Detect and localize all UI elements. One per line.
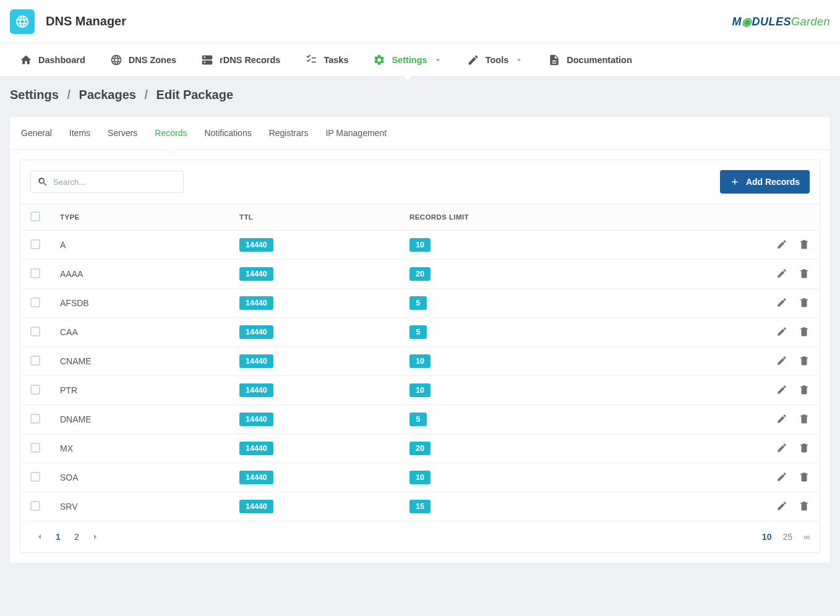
- row-checkbox[interactable]: [30, 356, 40, 366]
- row-checkbox[interactable]: [30, 297, 40, 307]
- cell-type: SOA: [50, 463, 229, 492]
- home-icon: [20, 54, 32, 66]
- edit-button[interactable]: [776, 413, 787, 426]
- edit-button[interactable]: [776, 471, 787, 484]
- limit-badge: 5: [409, 325, 427, 339]
- edit-icon: [776, 442, 787, 453]
- delete-button[interactable]: [799, 326, 810, 339]
- row-checkbox[interactable]: [30, 414, 40, 424]
- nav-documentation[interactable]: Documentation: [536, 43, 645, 76]
- page-size-25[interactable]: 25: [782, 532, 792, 542]
- delete-button[interactable]: [799, 355, 810, 368]
- search-box[interactable]: [30, 171, 184, 193]
- breadcrumb-current: Edit Package: [156, 88, 234, 101]
- page-size-10[interactable]: 10: [762, 532, 772, 542]
- trash-icon: [799, 471, 810, 482]
- trash-icon: [799, 268, 810, 279]
- nav-rdns-records[interactable]: rDNS Records: [189, 43, 293, 76]
- page-next[interactable]: [86, 528, 105, 546]
- tab-registrars[interactable]: Registrars: [260, 117, 317, 149]
- nav-dashboard[interactable]: Dashboard: [7, 43, 98, 76]
- table-row: MX1444020: [20, 434, 820, 463]
- row-checkbox[interactable]: [30, 268, 40, 278]
- breadcrumb-item[interactable]: Packages: [79, 88, 136, 101]
- limit-badge: 20: [409, 267, 431, 281]
- ttl-badge: 14440: [239, 500, 273, 513]
- cell-type: A: [50, 231, 229, 260]
- brand-garden: Garden: [791, 15, 830, 28]
- tab-notifications[interactable]: Notifications: [195, 117, 260, 149]
- nav-label: rDNS Records: [220, 55, 280, 65]
- brand-letter: M: [732, 15, 742, 28]
- delete-button[interactable]: [799, 413, 810, 426]
- limit-badge: 10: [409, 354, 431, 368]
- delete-button[interactable]: [799, 500, 810, 513]
- edit-button[interactable]: [776, 355, 787, 368]
- delete-button[interactable]: [799, 239, 810, 252]
- col-ttl[interactable]: TTL: [229, 204, 400, 231]
- plus-icon: [730, 177, 740, 187]
- add-records-button[interactable]: Add Records: [720, 170, 810, 194]
- tab-items[interactable]: Items: [61, 117, 99, 149]
- page-2[interactable]: 2: [67, 528, 86, 546]
- edit-button[interactable]: [776, 500, 787, 513]
- page-1[interactable]: 1: [49, 528, 67, 546]
- limit-badge: 5: [409, 413, 427, 426]
- col-limit[interactable]: RECORDS LIMIT: [400, 204, 758, 231]
- table-row: CAA144405: [20, 318, 820, 347]
- select-all-checkbox[interactable]: [30, 212, 40, 221]
- row-checkbox[interactable]: [30, 239, 40, 249]
- table-row: SOA1444010: [20, 463, 820, 492]
- edit-icon: [776, 355, 787, 366]
- trash-icon: [799, 384, 810, 395]
- row-checkbox[interactable]: [30, 501, 40, 511]
- tab-servers[interactable]: Servers: [99, 117, 146, 149]
- row-checkbox[interactable]: [30, 327, 40, 336]
- edit-button[interactable]: [776, 326, 787, 339]
- tab-general[interactable]: General: [12, 117, 61, 149]
- search-input[interactable]: [53, 178, 177, 187]
- nav-label: Tasks: [324, 55, 348, 65]
- chevron-down-icon: [434, 56, 442, 64]
- edit-button[interactable]: [776, 384, 787, 397]
- row-checkbox[interactable]: [30, 385, 40, 395]
- app-logo: [10, 9, 35, 34]
- limit-badge: 5: [409, 296, 427, 310]
- breadcrumb-item[interactable]: Settings: [10, 88, 59, 101]
- cell-type: CNAME: [50, 347, 229, 376]
- tab-ip-management[interactable]: IP Management: [317, 117, 395, 149]
- nav-label: Settings: [392, 55, 427, 65]
- nav-tasks[interactable]: Tasks: [293, 43, 361, 76]
- edit-button[interactable]: [776, 268, 787, 281]
- edit-icon: [776, 239, 787, 250]
- delete-button[interactable]: [799, 297, 810, 310]
- breadcrumb-sep: /: [139, 88, 153, 101]
- edit-button[interactable]: [776, 297, 787, 310]
- records-table: TYPE TTL RECORDS LIMIT A1444010AAAA14440…: [20, 203, 820, 521]
- row-checkbox[interactable]: [30, 472, 40, 482]
- delete-button[interactable]: [799, 471, 810, 484]
- nav-tools[interactable]: Tools: [455, 43, 536, 76]
- edit-icon: [776, 413, 787, 424]
- cell-type: PTR: [50, 376, 229, 405]
- page-prev[interactable]: [30, 528, 49, 546]
- page-size-inf[interactable]: ∞: [804, 532, 810, 542]
- delete-button[interactable]: [799, 384, 810, 397]
- table-row: SRV1444015: [20, 492, 820, 521]
- table-row: AFSDB144405: [20, 289, 820, 318]
- tab-records[interactable]: Records: [146, 117, 195, 149]
- col-type[interactable]: TYPE: [50, 204, 229, 231]
- topbar: DNS Manager M◉DULESGarden: [0, 0, 840, 43]
- table-row: A1444010: [20, 231, 820, 260]
- nav-settings[interactable]: Settings: [361, 43, 454, 76]
- chevron-left-icon: [35, 532, 45, 542]
- records-card: Add Records TYPE TTL RECORDS LIMIT A1444…: [20, 160, 820, 553]
- edit-icon: [776, 500, 787, 511]
- delete-button[interactable]: [799, 442, 810, 455]
- edit-button[interactable]: [776, 442, 787, 455]
- dns-icon: [201, 54, 213, 66]
- nav-dns-zones[interactable]: DNS Zones: [98, 43, 189, 76]
- edit-button[interactable]: [776, 239, 787, 252]
- row-checkbox[interactable]: [30, 443, 40, 453]
- delete-button[interactable]: [799, 268, 810, 281]
